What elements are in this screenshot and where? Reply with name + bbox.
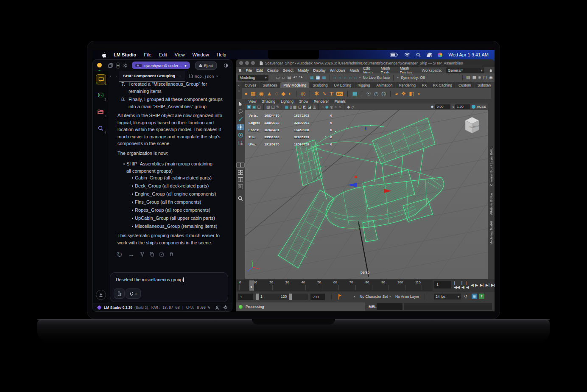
skeleton-tool-icon[interactable]: ☊ (381, 91, 386, 97)
maya-menu-mesh[interactable]: Mesh (349, 68, 359, 73)
use-all-lights-icon[interactable]: ▢ (298, 105, 302, 109)
gear-icon[interactable] (223, 305, 228, 310)
shelf-tab-fx-caching[interactable]: FX Caching (430, 82, 455, 88)
fork-icon[interactable] (140, 251, 144, 259)
tab-attribute-editor[interactable]: Attribute Editor (489, 193, 493, 215)
snap-point-icon[interactable]: ∩ (344, 76, 347, 80)
battery-icon[interactable] (390, 53, 398, 57)
sidebar-item-discover[interactable]: 4 (96, 123, 105, 133)
exposure-icon[interactable]: ✸ (430, 105, 434, 109)
joint-tool-icon[interactable]: ☉ (366, 91, 371, 97)
shelf-tab-poly-modeling[interactable]: Poly Modeling (280, 82, 309, 88)
split-window-icon[interactable] (108, 63, 113, 68)
tab-mcp-json[interactable]: mcp.json × (185, 71, 222, 81)
chevron-down-icon[interactable]: ▾ (397, 76, 399, 80)
wifi-icon[interactable] (404, 53, 410, 57)
settings-hex-icon[interactable] (123, 63, 128, 68)
bend-tool-icon[interactable]: ◖ (417, 91, 421, 96)
xray-icon[interactable]: ◌ (321, 105, 324, 109)
cone-tool-icon[interactable]: ▲ (267, 91, 272, 96)
lights-icon[interactable]: ☼ (338, 105, 341, 109)
tab-modeling-toolkit[interactable]: Modeling Toolkit (489, 221, 493, 245)
paint-select-tool-icon[interactable] (237, 117, 244, 122)
disc-tool-icon[interactable]: ◐ (288, 91, 292, 96)
current-frame-field[interactable]: 1 (434, 281, 451, 288)
shelf-tab-fx[interactable]: FX (419, 82, 430, 88)
animation-prefs-icon[interactable]: ▦ (472, 294, 477, 299)
redo-icon[interactable]: ↷ (299, 76, 302, 80)
command-feedback-field[interactable] (404, 303, 492, 310)
plane-tool-icon[interactable]: ◆ (281, 91, 285, 96)
layout-four-pane-icon[interactable] (237, 170, 244, 175)
scale-tool-icon[interactable] (237, 140, 244, 146)
shelf-tab-rigging[interactable]: Rigging (355, 82, 373, 88)
go-to-end-button[interactable]: ▶▶| (491, 283, 495, 287)
timeline-track[interactable]: 010 2030 4050 6070 8090 100110 120 1 (237, 280, 433, 291)
character-set-selector[interactable]: No Character Set (360, 294, 388, 299)
new-scene-icon[interactable]: ▭ (276, 76, 280, 80)
live-surface-status[interactable]: No Live Surface (363, 76, 390, 80)
go-to-start-button[interactable]: |◀◀ (454, 281, 460, 289)
colormanagement-icon[interactable] (472, 105, 475, 109)
remesh-tool-icon[interactable]: ❖ (401, 91, 406, 96)
animation-end-field[interactable]: 200 (310, 294, 325, 300)
open-scene-icon[interactable]: ▱ (282, 76, 285, 80)
panel-menu-view[interactable]: View (249, 99, 256, 104)
maya-menu-display[interactable]: Display (313, 68, 326, 73)
set-key-icon[interactable] (338, 294, 342, 300)
menu-set-selector[interactable]: Modeling ▾ (238, 75, 268, 81)
snap-curve-icon[interactable]: ∩ (338, 76, 341, 80)
workspace-selector[interactable]: General* ▾ (446, 67, 484, 73)
layout-single-pane-icon[interactable] (236, 162, 245, 168)
mcp-plug-button[interactable]: ▴ (126, 288, 141, 299)
snap-surface-icon[interactable]: ∩ (354, 76, 357, 80)
render-globe-icon[interactable]: ◉ (489, 76, 493, 80)
wrench-icon[interactable] (232, 63, 232, 68)
lasso-tool-icon[interactable] (237, 109, 244, 114)
menubar-clock[interactable]: Wed Apr 1 9:41 AM (448, 52, 489, 57)
type-tool-icon[interactable]: T (330, 91, 333, 96)
wireframe-mode-icon[interactable]: ▦ (285, 105, 288, 109)
select-object-icon[interactable]: ▦ (316, 76, 320, 80)
download-tray-button[interactable] (96, 290, 106, 300)
close-window-button[interactable] (97, 59, 102, 60)
maya-zoom-button[interactable] (251, 61, 255, 65)
2d-pan-icon[interactable]: ◫ (271, 105, 275, 109)
nav-forward-icon[interactable]: › (113, 74, 119, 78)
uv-editor-icon[interactable]: ▦ (352, 90, 357, 97)
tab-menu-icon[interactable]: ⋯ (177, 73, 182, 78)
sidebar-item-developer[interactable]: 2 (96, 90, 105, 100)
ao-icon[interactable]: ◪ (307, 105, 311, 109)
tab-chat[interactable]: SHIP Component Grouping ⋯ (119, 71, 185, 81)
panel-menu-lighting[interactable]: Lighting (281, 99, 294, 104)
maya-menu-windows[interactable]: Windows (330, 68, 346, 73)
snap-plane-icon[interactable]: ∩ (349, 76, 352, 80)
maya-menu-create[interactable]: Create (267, 68, 279, 73)
list-icon[interactable]: ≡ (478, 76, 481, 80)
platonic-tool-icon[interactable]: ◎ (301, 91, 305, 96)
panel-menu-shading[interactable]: Shading (262, 99, 275, 104)
panel-menu-show[interactable]: Show (299, 99, 308, 104)
cube-tool-icon[interactable]: ▩ (251, 91, 256, 96)
close-tab-icon[interactable]: × (216, 74, 218, 78)
torus-tool-icon[interactable]: ◌ (275, 91, 278, 96)
shelf-tab-uv-editing[interactable]: UV Editing (331, 82, 355, 88)
maya-menu-select[interactable]: Select (283, 68, 294, 73)
viewport-search-icon[interactable] (237, 196, 244, 201)
menubar-item-help[interactable]: Help (217, 52, 226, 57)
lock-icon[interactable] (489, 68, 492, 73)
shelf-tab-surfaces[interactable]: Surfaces (260, 82, 280, 88)
motion-blur-icon[interactable]: ◫ (313, 105, 316, 109)
spotlight-icon[interactable] (416, 53, 421, 57)
blocks-tool-icon[interactable]: ◧ (409, 91, 414, 96)
menubar-item-edit[interactable]: Edit (159, 52, 167, 57)
shelf-tab-custom[interactable]: Custom (456, 82, 474, 88)
symmetry-status[interactable]: Symmetry: Off (401, 76, 425, 80)
maya-menu-file[interactable]: File (246, 68, 252, 73)
rotate-tool-icon[interactable] (237, 132, 244, 138)
character-icon[interactable]: ▩ (472, 76, 476, 80)
menubar-app-name[interactable]: LM Studio (114, 52, 136, 57)
panel-menu-renderer[interactable]: Renderer (314, 99, 329, 104)
continue-icon[interactable]: → (128, 251, 134, 259)
construction-history-icon[interactable]: ▧ (466, 76, 470, 80)
